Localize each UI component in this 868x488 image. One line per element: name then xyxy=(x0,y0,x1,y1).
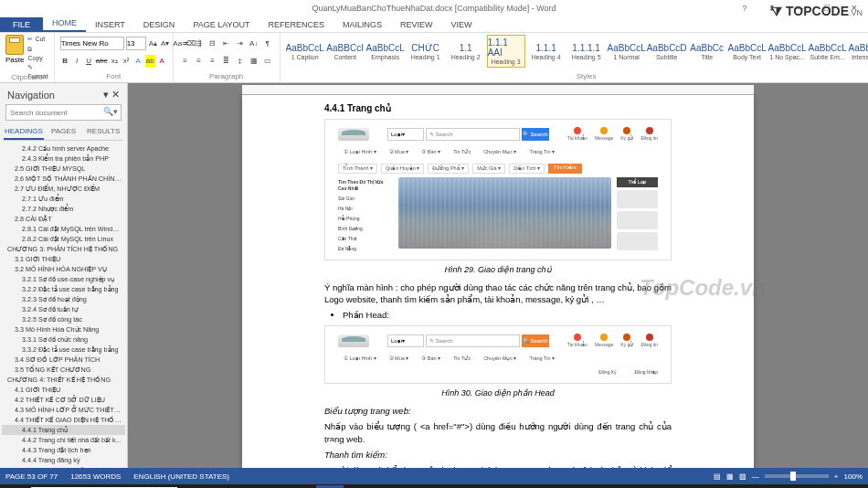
align-right-icon[interactable]: ≡ xyxy=(206,55,219,68)
nav-item[interactable]: 2.8.1 Cài đặt MySQL trên Windo... xyxy=(2,224,125,234)
style-tile[interactable]: AaBbCcDSubtitle xyxy=(648,35,686,68)
sort-icon[interactable]: A↓ xyxy=(248,37,260,49)
style-tile[interactable]: AaBbCcL1 No Spac... xyxy=(768,35,807,68)
tab-review[interactable]: REVIEW xyxy=(391,17,442,32)
nav-close-icon[interactable]: ▾ ✕ xyxy=(103,89,120,101)
italic-icon[interactable]: I xyxy=(72,55,82,68)
nav-item[interactable]: 2.4.2 Cấu hình server Apache xyxy=(2,143,125,154)
nav-item[interactable]: 2.6 MỘT SỐ THÀNH PHẦN CHÍNH... xyxy=(2,174,125,184)
align-center-icon[interactable]: ≡ xyxy=(193,55,206,68)
multilevel-icon[interactable]: ⊟ xyxy=(206,37,219,49)
shrink-font-icon[interactable]: A▾ xyxy=(160,37,170,49)
nav-item[interactable]: 3.2.1 Sơ đồ use-case nghiệp vụ xyxy=(2,274,125,284)
nav-item[interactable]: 2.4.3 Kiểm tra phiên bản PHP xyxy=(2,154,125,164)
view-print-icon[interactable]: ▦ xyxy=(726,472,734,481)
nav-item[interactable]: 4.4 THIẾT KẾ GIAO DIỆN HỆ THỐNG xyxy=(2,415,125,425)
nav-item[interactable]: 3.2.2 Đặc tả use case bằng bảng xyxy=(2,284,125,294)
line-spacing-icon[interactable]: ‡ xyxy=(234,55,247,68)
zoom-value[interactable]: 100% xyxy=(844,472,863,481)
nav-item[interactable]: CHƯƠNG 3: PHÂN TÍCH HỆ THỐNG xyxy=(2,244,125,254)
cut-button[interactable]: ✂ Cut xyxy=(27,35,48,44)
tab-insert[interactable]: INSERT xyxy=(86,17,134,32)
style-tile[interactable]: AaBbCcLEmphasis xyxy=(366,35,405,68)
nav-item[interactable]: 4.4.5 Trang đăng nhập xyxy=(2,465,125,468)
nav-item[interactable]: 2.7 ƯU ĐIỂM, NHƯỢC ĐIỂM xyxy=(2,184,125,194)
ruler[interactable] xyxy=(242,85,754,95)
style-tile[interactable]: 1.1.1Heading 4 xyxy=(527,35,566,68)
nav-tab-pages[interactable]: PAGES xyxy=(44,124,84,140)
grow-font-icon[interactable]: A▴ xyxy=(148,37,158,49)
nav-item[interactable]: 4.2 THIẾT KẾ CƠ SỞ DỮ LIỆU xyxy=(2,395,125,405)
paste-button[interactable]: Paste xyxy=(5,35,24,71)
strike-icon[interactable]: abc xyxy=(96,55,108,68)
underline-icon[interactable]: U xyxy=(84,55,94,68)
shading-icon[interactable]: ▦ xyxy=(248,55,260,68)
style-tile[interactable]: 1.1Heading 2 xyxy=(447,35,485,68)
tab-references[interactable]: REFERENCES xyxy=(259,17,334,32)
nav-item[interactable]: 3.3 Mô Hình Hóa Chức Năng xyxy=(2,324,125,334)
nav-item[interactable]: 2.8.2 Cài đặt MySQL trên Linux xyxy=(2,234,125,244)
show-marks-icon[interactable]: ¶ xyxy=(261,37,274,49)
subscript-icon[interactable]: x₂ xyxy=(110,55,120,68)
style-tile[interactable]: CHỨCHeading 1 xyxy=(407,35,445,68)
font-name-input[interactable] xyxy=(60,37,124,50)
tab-home[interactable]: HOME xyxy=(43,16,86,32)
bold-icon[interactable]: B xyxy=(60,55,70,68)
tab-file[interactable]: FILE xyxy=(0,17,43,32)
nav-item[interactable]: 4.1 GIỚI THIỆU xyxy=(2,385,125,395)
nav-item[interactable]: 4.4.1 Trang chủ xyxy=(2,425,125,435)
zoom-out-icon[interactable]: — xyxy=(752,472,759,481)
help-icon[interactable]: ? xyxy=(731,0,758,16)
nav-tab-results[interactable]: RESULTS xyxy=(83,124,123,140)
nav-item[interactable]: 3.2.5 Sơ đồ công tác xyxy=(2,314,125,324)
borders-icon[interactable]: ▭ xyxy=(261,55,274,68)
zoom-slider[interactable] xyxy=(765,474,829,478)
status-page[interactable]: PAGE 53 OF 77 xyxy=(5,472,58,481)
nav-tree[interactable]: 2.4.2 Cấu hình server Apache2.4.3 Kiểm t… xyxy=(0,141,127,468)
search-icon[interactable]: 🔍▾ xyxy=(103,107,118,116)
nav-item[interactable]: 2.7.1 Ưu điểm xyxy=(2,194,125,204)
highlight-icon[interactable]: ab xyxy=(145,55,155,68)
nav-item[interactable]: 4.4.2 Trang chi tiết nhà đất bất k... xyxy=(2,435,125,445)
nav-item[interactable]: CHƯƠNG 4: THIẾT KẾ HỆ THỐNG xyxy=(2,375,125,385)
font-color-icon[interactable]: A xyxy=(157,55,167,68)
numbering-icon[interactable]: ⇶ xyxy=(193,37,206,49)
nav-item[interactable]: 3.3.1 Sơ đồ chức năng xyxy=(2,334,125,345)
align-left-icon[interactable]: ≡ xyxy=(179,55,192,68)
nav-item[interactable]: 2.5 GIỚI THIỆU MYSQL xyxy=(2,164,125,174)
style-tile[interactable]: 1.1.1.1Heading 5 xyxy=(567,35,606,68)
superscript-icon[interactable]: x² xyxy=(122,55,132,68)
page[interactable]: 4.4.1 Trang chủ Loại ▾ ✎ Search 🔍 Search… xyxy=(242,95,754,468)
nav-item[interactable]: 3.2.4 Sơ đồ tuần tự xyxy=(2,304,125,314)
nav-item[interactable]: 4.4.3 Trang đặt lịch hẹn xyxy=(2,445,125,455)
nav-item[interactable]: 3.2 MÔ HÌNH HÓA NGHIỆP VỤ xyxy=(2,264,125,274)
nav-item[interactable]: 3.1 GIỚI THIỆU xyxy=(2,254,125,264)
style-tile[interactable]: AaBbCcTitle xyxy=(688,35,726,68)
font-size-input[interactable] xyxy=(126,37,146,50)
style-tile[interactable]: 1.1.1 AAIHeading 3 xyxy=(487,35,525,68)
status-lang[interactable]: ENGLISH (UNITED STATES) xyxy=(133,472,229,481)
zoom-in-icon[interactable]: + xyxy=(834,472,839,481)
tab-page-layout[interactable]: PAGE LAYOUT xyxy=(184,17,259,32)
style-tile[interactable]: AaBBCcIContent xyxy=(326,35,365,68)
text-effects-icon[interactable]: A xyxy=(133,55,143,68)
copy-button[interactable]: ⧉ Copy xyxy=(27,45,48,63)
inc-indent-icon[interactable]: ⇥ xyxy=(234,37,247,49)
nav-item[interactable]: 3.2.3 Sơ đồ hoạt động xyxy=(2,294,125,304)
tab-mailings[interactable]: MAILINGS xyxy=(333,17,391,32)
tab-view[interactable]: VIEW xyxy=(442,17,482,32)
style-tile[interactable]: AaBbCcLBody Text xyxy=(728,35,767,68)
status-words[interactable]: 12653 WORDS xyxy=(70,472,121,481)
nav-item[interactable]: 2.8 CÀI ĐẶT xyxy=(2,214,125,224)
style-tile[interactable]: AaBbCcLSubtle Em... xyxy=(809,35,847,68)
view-read-icon[interactable]: ▤ xyxy=(714,472,721,481)
style-tile[interactable]: AaBbCcLIntense E... xyxy=(849,35,868,68)
nav-item[interactable]: 4.3 MÔ HÌNH LỚP Ở MỨC THIẾT KẾ xyxy=(2,405,125,415)
nav-item[interactable]: 2.7.2 Nhược điểm xyxy=(2,204,125,214)
nav-item[interactable]: 4.4.4 Trang đăng ký xyxy=(2,455,125,465)
tab-design[interactable]: DESIGN xyxy=(134,17,185,32)
style-tile[interactable]: AaBbCcL1 Normal xyxy=(608,35,646,68)
document-area[interactable]: 4.4.1 Trang chủ Loại ▾ ✎ Search 🔍 Search… xyxy=(128,83,868,468)
nav-item[interactable]: 3.4 SƠ ĐỒ LỚP PHÂN TÍCH xyxy=(2,355,125,365)
nav-item[interactable]: 3.5 TỔNG KẾT CHƯƠNG xyxy=(2,365,125,375)
